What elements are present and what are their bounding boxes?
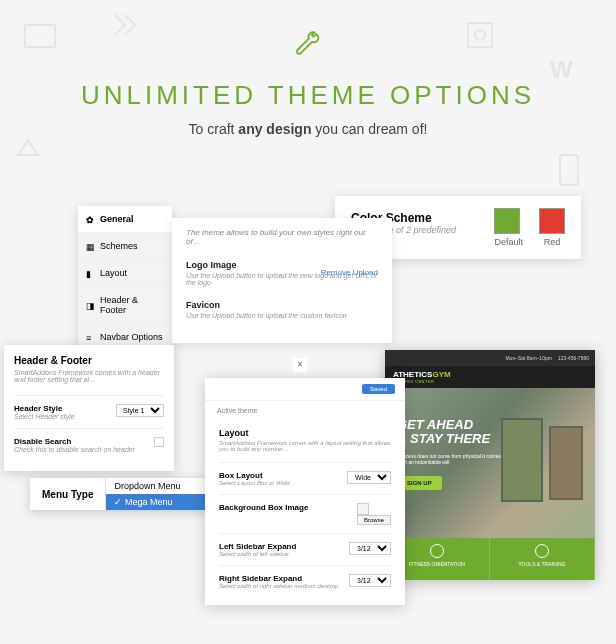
bg-image-label: Background Box Image <box>219 503 308 512</box>
general-settings-panel: The theme allows to build your own style… <box>172 218 392 343</box>
preview-hero: GET AHEAD & STAY THERE Success does not … <box>385 388 595 538</box>
hf-title: Header & Footer <box>14 355 164 366</box>
disable-search-label: Disable Search <box>14 437 135 446</box>
menu-option-mega[interactable]: Mega Menu <box>106 494 210 510</box>
tools-icon <box>535 544 549 558</box>
fitness-icon <box>430 544 444 558</box>
swatch-default[interactable]: Default <box>494 208 523 247</box>
tab-layout[interactable]: ▮Layout <box>78 260 172 287</box>
disable-search-checkbox[interactable] <box>154 437 164 447</box>
theme-preview: Mon–Sat 8am–10pm 123-456-7890 ATHETICSGY… <box>385 350 595 580</box>
active-theme-label: Active theme <box>205 401 405 420</box>
remove-upload-link[interactable]: Remove Upload <box>321 268 378 277</box>
menu-type-dropdown[interactable]: Dropdown Menu Mega Menu <box>105 478 210 510</box>
layout-title: Layout <box>219 428 391 438</box>
left-sidebar-select[interactable]: 3/12 <box>349 542 391 555</box>
layout-note: SmartAddons Framework comes with a layou… <box>219 440 391 452</box>
swatch-red[interactable]: Red <box>539 208 565 247</box>
favicon-desc: Use the Upload button to upload the cust… <box>186 312 378 319</box>
close-icon[interactable]: × <box>293 358 307 372</box>
header-footer-panel: Header & Footer SmartAddons Framework co… <box>4 345 174 471</box>
menu-icon: ≡ <box>86 333 95 342</box>
footer-col-2[interactable]: TOOLS & TRAINING <box>490 538 595 580</box>
bg-preview-box <box>357 503 369 515</box>
header-style-label: Header Style <box>14 404 75 413</box>
layout-panel: Saved Active theme Layout SmartAddons Fr… <box>205 378 405 605</box>
settings-tabs: ✿General ▦Schemes ▮Layout ◨Header & Foot… <box>78 206 172 351</box>
preview-topbar: Mon–Sat 8am–10pm 123-456-7890 <box>385 350 595 366</box>
box-layout-label: Box Layout <box>219 471 290 480</box>
swatch-default-color <box>494 208 520 234</box>
hero-line2: & STAY THERE <box>397 432 507 446</box>
hero-line1: GET AHEAD <box>397 418 507 432</box>
menu-type-panel: Menu Type Dropdown Menu Mega Menu <box>30 478 210 510</box>
hf-note: SmartAddons Framework comes with a heade… <box>14 369 164 383</box>
header-style-select[interactable]: Style 1 <box>116 404 164 417</box>
preview-nav: ATHETICSGYM FITNESS CENTER <box>385 366 595 388</box>
box-layout-select[interactable]: Wide <box>347 471 391 484</box>
saved-badge: Saved <box>362 384 395 394</box>
browse-button[interactable]: Browse <box>357 515 391 525</box>
menu-option-dropdown[interactable]: Dropdown Menu <box>106 478 210 494</box>
left-sidebar-label: Left Sidebar Expand <box>219 542 296 551</box>
swatch-red-color <box>539 208 565 234</box>
grid-icon: ▦ <box>86 242 95 251</box>
right-sidebar-select[interactable]: 3/12 <box>349 574 391 587</box>
right-sidebar-label: Right Sidebar Expand <box>219 574 338 583</box>
gear-icon: ✿ <box>86 215 95 224</box>
hero-paragraph: Success does not come from physical it c… <box>397 453 507 466</box>
preview-phone: 123-456-7890 <box>558 355 589 361</box>
favicon-label: Favicon <box>186 300 378 310</box>
layout-icon: ▮ <box>86 269 95 278</box>
general-intro: The theme allows to build your own style… <box>186 228 378 246</box>
preview-footer: FITNESS ORIENTATION TOOLS & TRAINING <box>385 538 595 580</box>
header-icon: ◨ <box>86 301 95 310</box>
tab-schemes[interactable]: ▦Schemes <box>78 233 172 260</box>
tab-general[interactable]: ✿General <box>78 206 172 233</box>
tab-header-footer[interactable]: ◨Header & Footer <box>78 287 172 324</box>
menu-type-label: Menu Type <box>30 479 105 510</box>
preview-hours: Mon–Sat 8am–10pm <box>505 355 551 361</box>
